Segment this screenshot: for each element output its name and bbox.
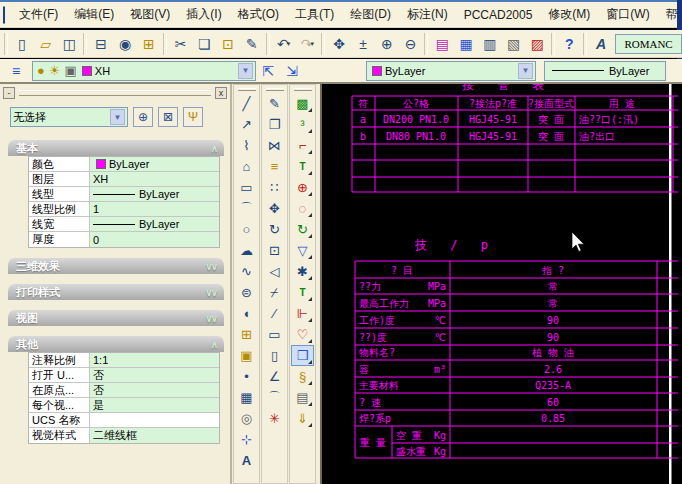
property-row-ucs-icon-on[interactable]: 打开 U... 否	[29, 368, 219, 383]
save-button[interactable]: ◫	[58, 32, 82, 56]
menu-file[interactable]: 文件(F)	[11, 4, 66, 25]
ellipse-button[interactable]: ⊜	[235, 282, 258, 303]
toggle-pickadd-button[interactable]: ⊕	[133, 107, 153, 127]
menu-modify[interactable]: 修改(M)	[540, 4, 598, 25]
property-row-layer[interactable]: 图层 XH	[29, 172, 219, 187]
menu-pccad2005[interactable]: PCCAD2005	[456, 6, 541, 24]
selection-combo[interactable]: 无选择 ▼	[10, 107, 128, 127]
print-preview-button[interactable]: ◉	[113, 32, 137, 56]
property-row-color[interactable]: 颜色 ByLayer	[29, 157, 219, 172]
chevron-up-icon[interactable]: ∧	[211, 143, 216, 154]
property-row-ucs-per-viewport[interactable]: 每个视... 是	[29, 398, 219, 413]
make-layer-current-button[interactable]: ⇱	[256, 59, 280, 83]
property-row-linetype-scale[interactable]: 线型比例 1	[29, 202, 219, 217]
tool-palettes-button[interactable]: ▦	[454, 32, 478, 56]
paste-button[interactable]: ⊡	[216, 32, 240, 56]
zoom-window-button[interactable]: ⊕	[375, 32, 399, 56]
chevron-down-icon[interactable]: ∨∨	[205, 313, 216, 324]
arc-button[interactable]: ⌒	[235, 198, 258, 219]
fillet-button[interactable]: ⌒	[263, 387, 286, 408]
break-at-point-button[interactable]: ▭	[263, 324, 286, 345]
toolbar-grip[interactable]	[4, 33, 8, 55]
text-tool-button[interactable]: T	[291, 282, 314, 303]
menu-tools[interactable]: 工具(T)	[287, 4, 342, 25]
property-row-ucs-name[interactable]: UCS 名称	[29, 413, 219, 428]
parts-list-button[interactable]: ▤	[291, 387, 314, 408]
text-annotation-button[interactable]: T	[291, 156, 314, 177]
explode-button[interactable]: ✳	[263, 408, 286, 429]
category-plot-style[interactable]: 打印样式 ∨∨	[8, 284, 224, 300]
menu-draw[interactable]: 绘图(D)	[342, 4, 399, 25]
zoom-realtime-button[interactable]: ±	[351, 32, 375, 56]
view-arrow-button[interactable]: ↻	[291, 219, 314, 240]
plot-button[interactable]: ⊞	[137, 32, 161, 56]
layer-combo[interactable]: ● ☀ ▣ XH ▼	[32, 61, 256, 81]
print-button[interactable]: ⊟	[89, 32, 113, 56]
chevron-down-icon[interactable]: ▼	[238, 63, 253, 79]
drawing-frame-button[interactable]: ▩	[291, 93, 314, 114]
property-row-thickness[interactable]: 厚度 0	[29, 232, 219, 247]
chamfer-button[interactable]: ∠	[263, 366, 286, 387]
property-row-annotation-scale[interactable]: 注释比例 1:1	[29, 353, 219, 368]
mtext-button[interactable]: A	[235, 450, 258, 471]
select-objects-button[interactable]: ⊠	[158, 107, 178, 127]
menu-format[interactable]: 格式(O)	[230, 4, 287, 25]
cut-button[interactable]: ✂	[169, 32, 193, 56]
redo-button[interactable]: ↷▾	[296, 32, 320, 56]
match-properties-button[interactable]: ✎	[240, 32, 264, 56]
title-block-button[interactable]: ❒	[291, 345, 314, 366]
help-button[interactable]: ?	[557, 32, 581, 56]
property-row-ucs-at-origin[interactable]: 在原点... 否	[29, 383, 219, 398]
make-block-button[interactable]: ▣	[235, 345, 258, 366]
polygon-button[interactable]: ⌂	[235, 156, 258, 177]
palette-grip[interactable]	[19, 90, 211, 96]
menu-window[interactable]: 窗口(W)	[598, 4, 657, 25]
palette-close-button[interactable]: x	[215, 87, 227, 99]
undo-button[interactable]: ↶▾	[272, 32, 296, 56]
point-button[interactable]: •	[235, 366, 258, 387]
menu-insert[interactable]: 插入(I)	[178, 4, 229, 25]
array-button[interactable]: ∷	[263, 177, 286, 198]
stretch-button[interactable]: ◁	[263, 261, 286, 282]
palette-minimize-button[interactable]: -	[3, 87, 15, 99]
new-button[interactable]: ▯	[10, 32, 34, 56]
construction-line-button[interactable]: ↗	[235, 114, 258, 135]
export-button[interactable]: ⇓	[291, 408, 314, 429]
attach-button[interactable]: §	[291, 366, 314, 387]
chevron-up-icon[interactable]: ∧	[211, 339, 216, 350]
spline-button[interactable]: ∿	[235, 261, 258, 282]
coordinate-button[interactable]: ⌐	[291, 135, 314, 156]
layer-manager-button[interactable]: ≡	[4, 59, 28, 83]
pipe-symbol-button[interactable]: ⊩	[291, 303, 314, 324]
quick-select-button[interactable]: Ψ	[183, 107, 203, 127]
designcenter-button[interactable]: ▤	[430, 32, 454, 56]
toolbar-grip[interactable]	[238, 88, 256, 91]
category-3d-effects[interactable]: 三维效果 ∨∨	[8, 258, 224, 274]
circle-button[interactable]: ○	[235, 219, 258, 240]
menu-view[interactable]: 视图(V)	[122, 4, 178, 25]
chevron-down-icon[interactable]: ∨∨	[205, 287, 216, 298]
undo-dropdown-icon[interactable]: ▾	[287, 40, 291, 48]
move-button[interactable]: ✥	[263, 198, 286, 219]
menu-edit[interactable]: 编辑(E)	[66, 4, 122, 25]
roughness-button[interactable]: ▽	[291, 240, 314, 261]
toolbar-grip[interactable]	[294, 88, 312, 91]
dashed-circle-button[interactable]: ◌	[291, 198, 314, 219]
mirror-button[interactable]: ⋈	[263, 135, 286, 156]
property-row-linetype[interactable]: 线型 ByLayer	[29, 187, 219, 202]
weld-symbol-button[interactable]: ♡	[291, 324, 314, 345]
redo-dropdown-icon[interactable]: ▾	[311, 40, 315, 48]
linetype-combo[interactable]: ByLayer	[544, 61, 666, 81]
open-button[interactable]: ▱	[34, 32, 58, 56]
series-line-button[interactable]: ³	[291, 114, 314, 135]
hatch-button[interactable]: ▦	[235, 387, 258, 408]
previous-layer-button[interactable]: ⇲	[280, 59, 304, 83]
copy-object-button[interactable]: ❐	[263, 114, 286, 135]
property-row-lineweight[interactable]: 线宽 ByLayer	[29, 217, 219, 232]
trim-button[interactable]: ⌿	[263, 282, 286, 303]
rectangle-button[interactable]: ▭	[235, 177, 258, 198]
markup-button[interactable]: ▧	[502, 32, 526, 56]
chevron-down-icon[interactable]: ▼	[110, 109, 125, 125]
layer-lock-icon[interactable]: ▣	[65, 63, 77, 78]
text-style-button[interactable]: A	[589, 32, 613, 56]
